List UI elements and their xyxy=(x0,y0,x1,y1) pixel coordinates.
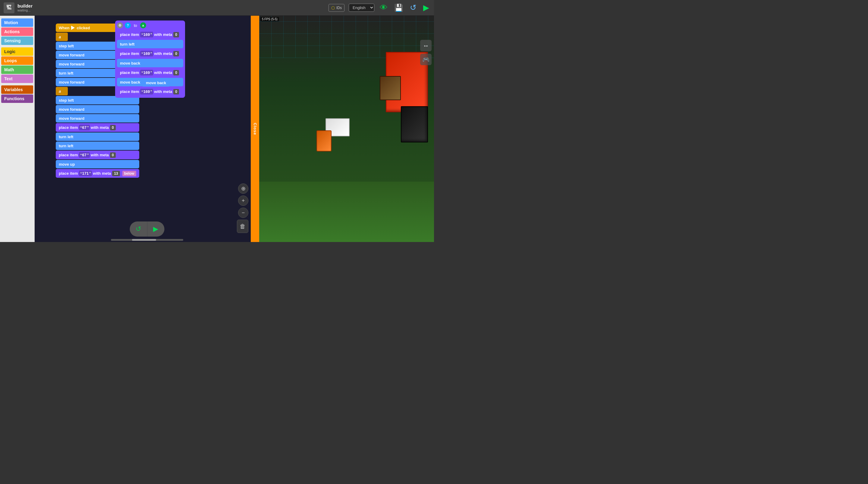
game-brown-block xyxy=(380,76,401,100)
app-status: waiting... xyxy=(18,8,33,12)
sidebar-item-variables[interactable]: Variables xyxy=(1,85,33,94)
sidebar-item-loops[interactable]: Loops xyxy=(1,56,33,65)
stack2-header: ⚙ ? to a xyxy=(117,22,183,28)
sidebar-item-text[interactable]: Text xyxy=(1,75,33,83)
below-label: below xyxy=(122,171,136,176)
stack2-place-4[interactable]: place item 169 with meta 0 xyxy=(117,87,183,96)
place-meta-3: 13 xyxy=(112,171,120,176)
game-ground xyxy=(259,182,434,242)
app-icon: 🏗 xyxy=(4,2,14,13)
workspace-controls: ⊕ + − xyxy=(238,183,248,218)
horizontal-scrollbar[interactable] xyxy=(111,239,183,241)
s2-meta-4: 0 xyxy=(173,89,179,94)
eye-button[interactable]: 👁 xyxy=(378,3,389,12)
language-select[interactable]: English Spanish French xyxy=(349,4,374,12)
run-button[interactable]: ▶ xyxy=(422,3,430,12)
s2-meta-1: 0 xyxy=(173,32,179,37)
sidebar-item-actions[interactable]: Actions xyxy=(1,27,33,36)
place-meta-1: 0 xyxy=(110,125,116,130)
app-title: builder xyxy=(18,3,33,8)
arrow-button[interactable]: ↔ xyxy=(420,40,432,51)
game-dark-block xyxy=(401,106,428,142)
game-canvas: 5 FPS (5-5) xyxy=(259,16,434,242)
game-creeper xyxy=(316,130,332,151)
place-item-block-1[interactable]: place item 67 with meta 0 xyxy=(56,123,139,132)
place-val-1: 67 xyxy=(79,124,90,130)
s2-val-1: 169 xyxy=(140,32,153,37)
game-view: 5 FPS (5-5) ↔ 🎮 xyxy=(259,16,434,242)
scrollbar-thumb[interactable] xyxy=(132,239,156,241)
floating-move-back[interactable]: move back xyxy=(142,79,170,87)
move-forward-block-4[interactable]: move forward xyxy=(56,105,139,113)
grid-overlay xyxy=(259,16,434,58)
move-up-block[interactable]: move up xyxy=(56,160,139,168)
sidebar-item-motion[interactable]: Motion xyxy=(1,19,33,27)
stack2-place-1[interactable]: place item 169 with meta 0 xyxy=(117,30,183,39)
place-val-3: 171 xyxy=(79,170,92,176)
sidebar-item-functions[interactable]: Functions xyxy=(1,94,33,103)
stack2-place-3[interactable]: place item 169 with meta 0 xyxy=(117,68,183,77)
center-button[interactable]: ⊕ xyxy=(238,183,248,194)
main-layout: Motion Actions Sensing Logic Loops Math … xyxy=(0,16,434,242)
turn-left-block-3[interactable]: turn left xyxy=(56,142,139,150)
fps-badge: 5 FPS (5-5) xyxy=(260,17,279,22)
move-forward-block-5[interactable]: move forward xyxy=(56,114,139,122)
sidebar-item-sensing[interactable]: Sensing xyxy=(1,36,33,45)
s2-meta-2: 0 xyxy=(173,51,179,56)
trash-button[interactable]: 🗑 xyxy=(237,220,248,233)
play-arrow-icon xyxy=(71,26,75,30)
playback-undo-button[interactable]: ↺ xyxy=(130,222,147,236)
s2-val-2: 169 xyxy=(140,51,153,56)
var-a-block-2[interactable]: a xyxy=(56,87,68,95)
playback-play-button[interactable]: ▶ xyxy=(147,222,164,236)
app-title-block: builder waiting... xyxy=(18,3,33,12)
stack2-move-back-1[interactable]: move back xyxy=(117,59,183,67)
ids-button[interactable]: IDs xyxy=(329,4,344,12)
place-item-block-2[interactable]: place item 67 with meta 0 xyxy=(56,150,139,159)
playback-bar: ↺ ▶ xyxy=(130,222,164,236)
when-label: When xyxy=(59,26,69,30)
zoom-in-button[interactable]: + xyxy=(238,196,248,206)
s2-val-4: 169 xyxy=(140,89,153,94)
question-icon: ? xyxy=(125,22,131,28)
place-item-block-3[interactable]: place item 171 with meta 13 below xyxy=(56,169,139,178)
place-val-2: 67 xyxy=(79,152,90,158)
sidebar-item-math[interactable]: Math xyxy=(1,65,33,74)
gamepad-button[interactable]: 🎮 xyxy=(420,54,432,65)
save-button[interactable]: 💾 xyxy=(393,4,404,12)
game-controls: ↔ 🎮 xyxy=(420,40,432,65)
s2-val-3: 169 xyxy=(140,70,153,76)
sidebar-item-logic[interactable]: Logic xyxy=(1,47,33,56)
turn-left-block-2[interactable]: turn left xyxy=(56,133,139,141)
var-a-block-1[interactable]: a xyxy=(56,33,68,41)
a-icon: a xyxy=(140,22,146,28)
sidebar: Motion Actions Sensing Logic Loops Math … xyxy=(0,16,35,242)
stack2-place-2[interactable]: place item 169 with meta 0 xyxy=(117,49,183,58)
zoom-out-button[interactable]: − xyxy=(238,208,248,218)
stack2-turn-left[interactable]: turn left xyxy=(117,40,183,48)
topbar-right: IDs English Spanish French 👁 💾 ↺ ▶ xyxy=(329,3,430,12)
workspace[interactable]: When clicked a step left move forward mo… xyxy=(35,16,259,242)
to-label: to xyxy=(134,23,137,28)
s2-meta-3: 0 xyxy=(173,70,179,76)
gear-icon: ⚙ xyxy=(117,22,123,28)
topbar: 🏗 builder waiting... IDs English Spanish… xyxy=(0,0,434,16)
clicked-label: clicked xyxy=(76,26,90,30)
place-meta-2: 0 xyxy=(110,152,116,158)
undo-button[interactable]: ↺ xyxy=(409,3,418,12)
close-panel[interactable]: Close xyxy=(251,16,259,242)
